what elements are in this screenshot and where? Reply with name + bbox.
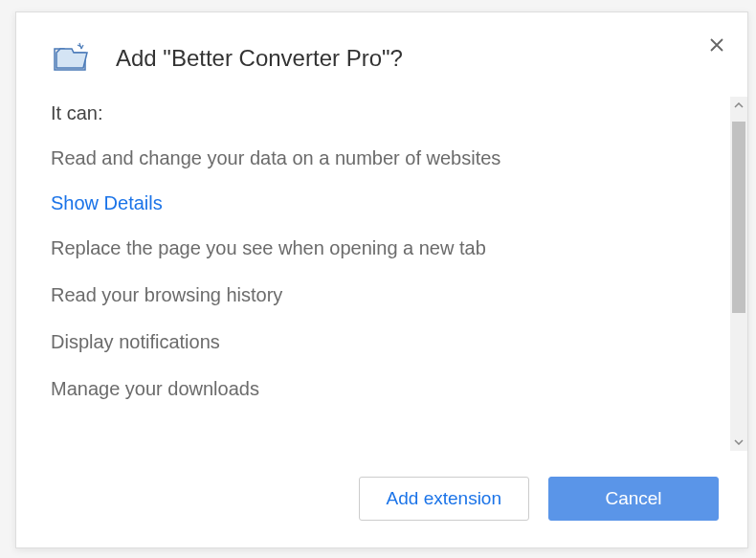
scroll-down-arrow[interactable] [730, 434, 747, 451]
close-button[interactable] [707, 35, 726, 55]
scrollbar[interactable] [730, 97, 747, 451]
content-wrapper: It can: Read and change your data on a n… [16, 97, 747, 451]
permission-item: Read your browsing history [51, 282, 701, 308]
scroll-up-arrow[interactable] [730, 97, 747, 114]
dialog-actions: Add extension Cancel [16, 451, 747, 547]
chevron-down-icon [734, 439, 744, 445]
permission-item: Display notifications [51, 329, 701, 355]
add-extension-button[interactable]: Add extension [359, 477, 529, 521]
chevron-up-icon [734, 102, 744, 108]
scroll-track[interactable] [730, 114, 747, 434]
extension-folder-icon [51, 39, 89, 78]
scroll-thumb[interactable] [732, 122, 745, 313]
show-details-link[interactable]: Show Details [51, 192, 701, 214]
permissions-heading: It can: [51, 102, 701, 124]
dialog-header: Add "Better Converter Pro"? [16, 12, 747, 97]
close-icon [709, 37, 724, 53]
permission-item: Replace the page you see when opening a … [51, 235, 701, 261]
permission-item: Read and change your data on a number of… [51, 145, 701, 171]
dialog-title: Add "Better Converter Pro"? [116, 45, 403, 72]
permissions-list: It can: Read and change your data on a n… [16, 97, 730, 451]
extension-install-dialog: Add "Better Converter Pro"? It can: Read… [15, 11, 748, 548]
cancel-button[interactable]: Cancel [548, 477, 719, 521]
permission-item: Manage your downloads [51, 376, 701, 402]
